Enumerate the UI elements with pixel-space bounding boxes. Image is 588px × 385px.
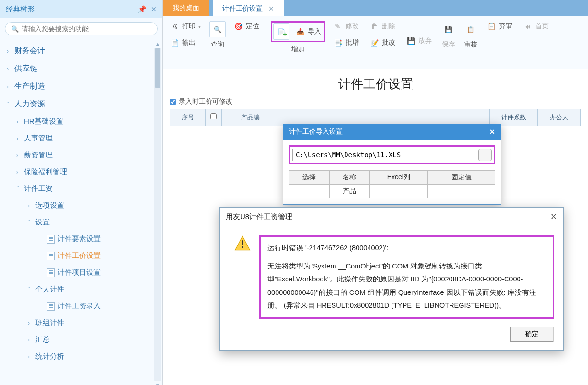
- release-button[interactable]: 💾放弃: [404, 35, 434, 46]
- sidebar: 经典树形 📌 ✕ 🔍 ›财务会计›供应链›生产制造˅人力资源›HR基础设置›人事…: [0, 0, 163, 385]
- page-title: 计件工价设置: [163, 69, 588, 97]
- error-dialog-header[interactable]: 用友U8计件工资管理 ✕: [220, 208, 563, 226]
- search-icon: 🔍: [11, 25, 19, 33]
- nav-tree: ›财务会计›供应链›生产制造˅人力资源›HR基础设置›人事管理›薪资管理›保险福…: [0, 41, 162, 381]
- caret-icon: ›: [16, 118, 24, 125]
- caret-icon: ˅: [28, 219, 35, 226]
- pin-icon[interactable]: 📌: [138, 5, 146, 13]
- warning-icon: [234, 235, 251, 252]
- tab-piece-rate[interactable]: 计件工价设置 ✕: [213, 0, 284, 16]
- batch-modify-button[interactable]: 📝批改: [368, 37, 397, 48]
- print-icon: 🖨: [170, 22, 179, 31]
- caret-icon: ›: [28, 353, 35, 360]
- svg-rect-2: [242, 246, 243, 248]
- col-coef: 计件系数: [490, 109, 538, 126]
- caret-icon: ›: [16, 152, 24, 159]
- col-seq: 序号: [170, 109, 206, 126]
- table-row[interactable]: 产品: [289, 185, 495, 198]
- tree-item-5[interactable]: ›人事管理: [0, 130, 162, 147]
- release-icon: 💾: [406, 36, 415, 45]
- browse-button[interactable]: [478, 149, 492, 161]
- doc-icon: [47, 252, 55, 260]
- import-dialog: 计件工价导入设置 ✕ 选择 名称 Excel列 固定值 产品: [283, 124, 501, 205]
- tab-close-icon[interactable]: ✕: [268, 5, 274, 12]
- svg-rect-1: [242, 240, 243, 245]
- import-button[interactable]: 📥导入: [293, 26, 323, 37]
- tree-item-11[interactable]: 计件要素设置: [0, 231, 162, 247]
- col-office: 办公人: [538, 109, 581, 126]
- locate-button[interactable]: 🎯定位: [231, 21, 261, 32]
- delete-button[interactable]: 🗑删除: [368, 21, 397, 32]
- caret-icon: ˅: [7, 101, 14, 108]
- sidebar-close-icon[interactable]: ✕: [151, 5, 157, 13]
- tab-desktop[interactable]: 我的桌面: [163, 0, 209, 16]
- doc-icon: [47, 302, 55, 311]
- caret-icon: ›: [16, 135, 24, 142]
- error-dialog: 用友U8计件工资管理 ✕ 运行时错误 '-2147467262 (8000400…: [219, 207, 564, 351]
- caret-icon: ›: [28, 337, 35, 343]
- tree-item-10[interactable]: ˅设置: [0, 214, 162, 231]
- delete-icon: 🗑: [369, 22, 379, 31]
- add-icon: ＋📄: [273, 23, 289, 40]
- tree-item-14[interactable]: ˅个人计件: [0, 281, 162, 298]
- abandon-icon: 📋: [486, 22, 496, 31]
- audit-button[interactable]: 📋 审核: [462, 21, 479, 49]
- query-icon: 🔍: [209, 21, 226, 37]
- batch-add-icon: 📑: [333, 38, 343, 47]
- batch-modify-icon: 📝: [369, 38, 379, 47]
- tree-scroll-thumb[interactable]: [155, 48, 160, 88]
- import-dialog-header[interactable]: 计件工价导入设置 ✕: [283, 124, 501, 140]
- col-check[interactable]: [206, 109, 222, 126]
- export-button[interactable]: 📄输出: [168, 37, 203, 48]
- tree-item-9[interactable]: ›选项设置: [0, 197, 162, 214]
- locate-icon: 🎯: [233, 22, 243, 31]
- tree-item-16[interactable]: ›班组计件: [0, 315, 162, 331]
- error-close-icon[interactable]: ✕: [550, 211, 557, 222]
- export-icon: 📄: [170, 38, 179, 47]
- tree-item-15[interactable]: 计件工资录入: [0, 298, 162, 315]
- doc-icon: [47, 235, 55, 244]
- sidebar-header: 经典树形 📌 ✕: [0, 0, 162, 18]
- sidebar-title: 经典树形: [6, 5, 35, 14]
- col-product: 产品编: [222, 109, 279, 126]
- home-icon: ⏮: [523, 22, 532, 31]
- caret-icon: ›: [7, 66, 14, 72]
- import-close-icon[interactable]: ✕: [489, 128, 495, 136]
- tree-item-13[interactable]: 计件项目设置: [0, 264, 162, 281]
- editable-checkbox[interactable]: [170, 99, 176, 105]
- tree-item-1[interactable]: ›供应链: [0, 60, 162, 78]
- search-input[interactable]: [22, 25, 151, 33]
- doc-icon: [47, 268, 55, 277]
- editable-checkbox-row[interactable]: 录入时工价可修改: [170, 97, 581, 106]
- query-button[interactable]: 🔍 查询: [209, 21, 226, 49]
- tree-item-12[interactable]: 计件工价设置: [0, 247, 162, 264]
- tree-item-0[interactable]: ›财务会计: [0, 42, 162, 60]
- tree-item-7[interactable]: ›保险福利管理: [0, 163, 162, 180]
- tree-item-2[interactable]: ›生产制造: [0, 78, 162, 95]
- tree-item-4[interactable]: ›HR基础设置: [0, 113, 162, 130]
- caret-icon: ›: [7, 83, 14, 90]
- import-mapping-table: 选择 名称 Excel列 固定值 产品: [289, 170, 495, 198]
- caret-icon: ›: [16, 169, 24, 175]
- batch-add-button[interactable]: 📑批增: [331, 37, 361, 48]
- import-icon: 📥: [295, 27, 305, 36]
- save-icon: 💾: [440, 21, 457, 37]
- tree-scrollbar[interactable]: ▲ ▼: [154, 48, 161, 381]
- tree-item-6[interactable]: ›薪资管理: [0, 147, 162, 163]
- error-message: 运行时错误 '-2147467262 (80004002)': 无法将类型为"S…: [259, 235, 554, 319]
- caret-icon: ›: [28, 202, 35, 209]
- import-path-input[interactable]: [292, 149, 475, 161]
- tree-item-17[interactable]: ›汇总: [0, 331, 162, 348]
- tree-item-3[interactable]: ˅人力资源: [0, 95, 162, 113]
- modify-button[interactable]: ✎修改: [331, 21, 361, 32]
- ok-button[interactable]: 确定: [510, 327, 553, 342]
- tree-item-8[interactable]: ˅计件工资: [0, 180, 162, 197]
- print-button[interactable]: 🖨打印 ▾: [168, 21, 203, 32]
- search-input-wrap[interactable]: 🔍: [5, 22, 158, 35]
- modify-icon: ✎: [333, 22, 343, 31]
- save-button[interactable]: 💾 保存: [440, 21, 457, 49]
- tree-item-18[interactable]: ›统计分析: [0, 348, 162, 365]
- abandon-button[interactable]: 📋弃审: [484, 21, 514, 32]
- home-button[interactable]: ⏮首页: [521, 21, 551, 32]
- add-button[interactable]: ＋📄 📥导入 增加: [271, 21, 325, 54]
